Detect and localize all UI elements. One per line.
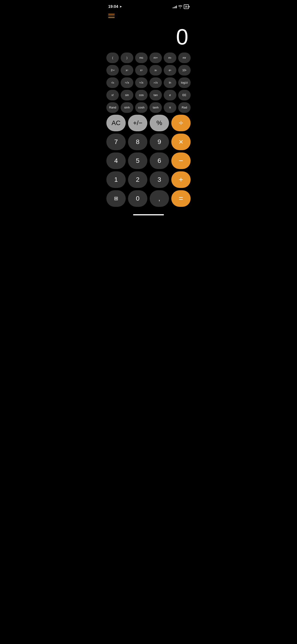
btn-cosh[interactable]: cosh bbox=[135, 102, 148, 113]
calculator-display: 0 bbox=[104, 20, 194, 52]
status-bar: 19:04 ➤ 35 bbox=[104, 0, 194, 12]
btn-rand[interactable]: Rand bbox=[106, 102, 119, 113]
btn-9[interactable]: 9 bbox=[150, 134, 169, 150]
menu-icon[interactable] bbox=[108, 14, 115, 18]
status-right: 35 bbox=[173, 4, 189, 9]
btn-cos[interactable]: cos bbox=[135, 90, 148, 100]
btn-decimal[interactable]: , bbox=[150, 190, 169, 207]
sci-row-4: x! sin cos tan e EE bbox=[106, 90, 191, 100]
btn-e[interactable]: e bbox=[164, 90, 176, 100]
btn-5[interactable]: 5 bbox=[128, 152, 147, 169]
btn-1[interactable]: 1 bbox=[106, 171, 126, 188]
btn-0[interactable]: 0 bbox=[128, 190, 147, 207]
btn-mr[interactable]: mr bbox=[178, 52, 191, 63]
btn-log10[interactable]: log10 bbox=[178, 78, 191, 88]
sci-row-1: ( ) mc m+ m- mr bbox=[106, 52, 191, 63]
std-row-3: 4 5 6 − bbox=[106, 152, 191, 169]
std-row-2: 7 8 9 × bbox=[106, 134, 191, 150]
sci-row-2: 2nd x2 x3 xy ex 10x bbox=[106, 65, 191, 76]
btn-x-squared[interactable]: x2 bbox=[121, 65, 133, 76]
btn-10-to-x[interactable]: 10x bbox=[178, 65, 191, 76]
std-row-5: ⊞ 0 , = bbox=[106, 190, 191, 207]
btn-sqrt[interactable]: 2√x bbox=[121, 78, 133, 88]
menu-area bbox=[104, 12, 194, 20]
keypad: ( ) mc m+ m- mr 2nd x2 x3 xy ex 10x 1/x … bbox=[104, 52, 194, 212]
btn-divide[interactable]: ÷ bbox=[171, 115, 191, 131]
home-bar bbox=[133, 214, 164, 215]
btn-7[interactable]: 7 bbox=[106, 134, 126, 150]
btn-3[interactable]: 3 bbox=[150, 171, 169, 188]
status-time: 19:04 ➤ bbox=[108, 4, 122, 9]
btn-multiply[interactable]: × bbox=[171, 134, 191, 150]
home-indicator bbox=[104, 212, 194, 217]
location-icon: ➤ bbox=[120, 5, 122, 8]
battery-level: 35 bbox=[185, 5, 188, 8]
wifi-icon bbox=[178, 5, 182, 8]
btn-toggle-sign[interactable]: +/− bbox=[128, 115, 147, 131]
btn-calculator-toggle[interactable]: ⊞ bbox=[106, 190, 126, 207]
btn-x-to-y[interactable]: xy bbox=[150, 65, 162, 76]
btn-yth-root[interactable]: y√x bbox=[150, 78, 162, 88]
btn-6[interactable]: 6 bbox=[150, 152, 169, 169]
btn-close-paren[interactable]: ) bbox=[121, 52, 133, 63]
btn-8[interactable]: 8 bbox=[128, 134, 147, 150]
std-row-4: 1 2 3 + bbox=[106, 171, 191, 188]
btn-factorial[interactable]: x! bbox=[106, 90, 119, 100]
btn-ee[interactable]: EE bbox=[178, 90, 191, 100]
btn-ln[interactable]: ln bbox=[164, 78, 176, 88]
std-row-1: AC +/− % ÷ bbox=[106, 115, 191, 131]
btn-inverse[interactable]: 1/x bbox=[106, 78, 119, 88]
time-display: 19:04 bbox=[108, 4, 118, 9]
btn-e-to-x[interactable]: ex bbox=[164, 65, 176, 76]
display-value: 0 bbox=[176, 26, 188, 48]
btn-sin[interactable]: sin bbox=[121, 90, 133, 100]
btn-subtract[interactable]: − bbox=[171, 152, 191, 169]
btn-2nd[interactable]: 2nd bbox=[106, 65, 119, 76]
btn-open-paren[interactable]: ( bbox=[106, 52, 119, 63]
btn-tan[interactable]: tan bbox=[150, 90, 162, 100]
btn-cbrt[interactable]: 3√x bbox=[135, 78, 148, 88]
btn-m-minus[interactable]: m- bbox=[164, 52, 176, 63]
btn-add[interactable]: + bbox=[171, 171, 191, 188]
btn-x-cubed[interactable]: x3 bbox=[135, 65, 148, 76]
signal-bars bbox=[173, 5, 177, 8]
btn-equals[interactable]: = bbox=[171, 190, 191, 207]
btn-tanh[interactable]: tanh bbox=[150, 102, 162, 113]
btn-sinh[interactable]: sinh bbox=[121, 102, 133, 113]
btn-pi[interactable]: π bbox=[164, 102, 176, 113]
btn-percent[interactable]: % bbox=[150, 115, 169, 131]
btn-mc[interactable]: mc bbox=[135, 52, 148, 63]
btn-ac[interactable]: AC bbox=[106, 115, 126, 131]
sci-row-3: 1/x 2√x 3√x y√x ln log10 bbox=[106, 78, 191, 88]
battery-indicator: 35 bbox=[184, 4, 189, 9]
btn-rad[interactable]: Rad bbox=[178, 102, 191, 113]
btn-m-plus[interactable]: m+ bbox=[150, 52, 162, 63]
btn-4[interactable]: 4 bbox=[106, 152, 126, 169]
btn-2[interactable]: 2 bbox=[128, 171, 147, 188]
sci-row-5: Rand sinh cosh tanh π Rad bbox=[106, 102, 191, 113]
